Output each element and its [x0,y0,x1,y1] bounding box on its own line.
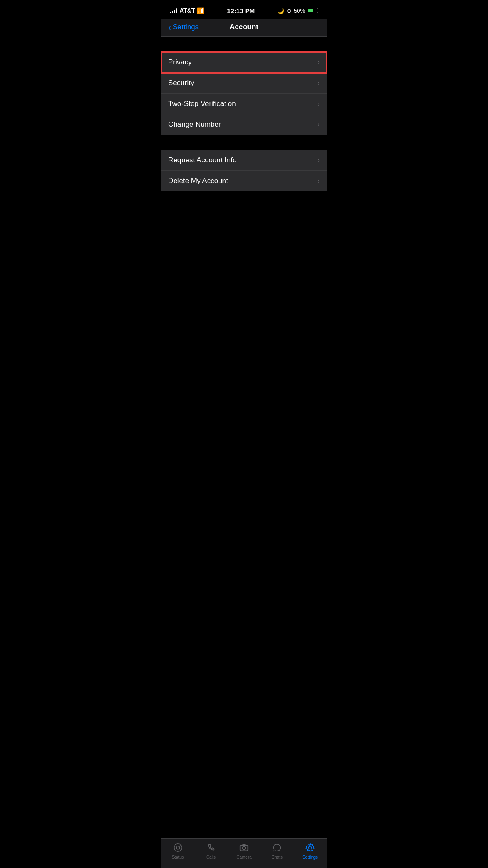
back-button[interactable]: ‹ Settings [168,23,199,31]
nav-header: ‹ Settings Account [161,19,327,37]
page-title: Account [230,23,258,31]
two-step-label: Two-Step Verification [168,100,236,108]
signal-bar-4 [176,8,177,13]
security-chevron-icon: › [317,79,320,87]
section-gap-1 [161,37,327,52]
status-right: 🌙 ⊕ 50% [277,8,318,14]
menu-group-1: Privacy › Security › Two-Step Verificati… [161,52,327,135]
wifi-icon: 📶 [197,7,204,14]
moon-icon: 🌙 [277,8,284,14]
battery-percent-label: 50% [294,8,305,14]
signal-bar-3 [174,10,175,13]
request-account-chevron-icon: › [317,156,320,164]
request-account-label: Request Account Info [168,156,237,164]
battery-icon [308,8,318,13]
menu-item-change-number[interactable]: Change Number › [161,114,327,135]
change-number-chevron-icon: › [317,120,320,129]
security-label: Security [168,79,194,87]
status-bar: AT&T 📶 12:13 PM 🌙 ⊕ 50% [161,0,327,19]
back-chevron-icon: ‹ [168,23,171,31]
privacy-label: Privacy [168,58,192,67]
signal-bars-icon [170,8,177,13]
delete-account-chevron-icon: › [317,177,320,185]
carrier-label: AT&T [180,7,195,14]
menu-group-2: Request Account Info › Delete My Account… [161,150,327,191]
signal-bar-1 [170,12,171,13]
main-content: Privacy › Security › Two-Step Verificati… [161,37,327,229]
delete-account-label: Delete My Account [168,177,228,185]
signal-bar-2 [172,11,173,13]
battery-fill [308,9,313,12]
privacy-chevron-icon: › [317,58,320,67]
menu-item-request-account[interactable]: Request Account Info › [161,150,327,171]
two-step-chevron-icon: › [317,100,320,108]
menu-item-security[interactable]: Security › [161,73,327,94]
section-gap-2 [161,135,327,150]
menu-item-privacy[interactable]: Privacy › [161,52,327,73]
menu-item-two-step[interactable]: Two-Step Verification › [161,94,327,114]
menu-item-delete-account[interactable]: Delete My Account › [161,171,327,191]
battery-body [308,8,318,13]
change-number-label: Change Number [168,120,221,129]
back-label: Settings [173,23,199,31]
status-time: 12:13 PM [227,7,255,14]
status-left: AT&T 📶 [170,7,204,14]
lock-rotation-icon: ⊕ [287,8,291,14]
